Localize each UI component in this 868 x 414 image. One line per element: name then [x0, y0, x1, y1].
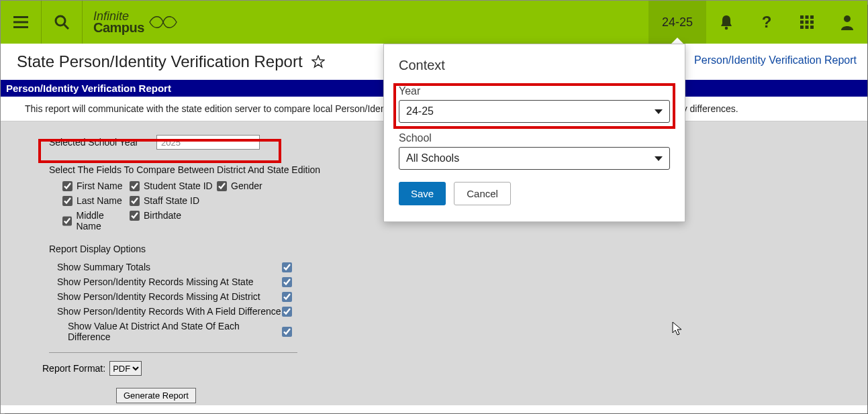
opt-missing-state-label: Show Person/Identity Records Missing At …: [57, 276, 254, 287]
topbar: Infinite Campus 24-25 ?: [1, 1, 867, 44]
check-first-name[interactable]: [62, 181, 73, 191]
logo-swirl-icon: [147, 13, 179, 31]
grid-icon: [800, 15, 814, 29]
svg-point-5: [725, 27, 728, 30]
cursor-icon: [672, 321, 683, 336]
svg-rect-0: [13, 16, 28, 18]
svg-marker-17: [312, 56, 324, 67]
context-school-label: School: [399, 132, 670, 144]
context-save-button[interactable]: Save: [399, 182, 446, 205]
chevron-down-icon: [655, 156, 663, 161]
context-cancel-button[interactable]: Cancel: [454, 182, 511, 205]
svg-rect-12: [810, 21, 814, 24]
svg-rect-8: [806, 15, 809, 19]
year-context-label: 24-25: [662, 15, 693, 30]
search-icon: [54, 15, 69, 30]
apps-button[interactable]: [787, 1, 827, 44]
search-button[interactable]: [42, 1, 82, 44]
opt-value-diff-label: Show Value At District And State Of Each…: [68, 321, 282, 342]
year-context-button[interactable]: 24-25: [648, 1, 706, 44]
context-year-label: Year: [399, 85, 670, 97]
svg-point-16: [844, 15, 851, 22]
svg-rect-11: [806, 21, 809, 24]
help-button[interactable]: ?: [746, 1, 787, 44]
svg-rect-7: [800, 15, 804, 19]
selected-year-input: [156, 135, 260, 150]
svg-rect-13: [800, 25, 804, 29]
breadcrumb-link[interactable]: Person/Identity Verification Report: [694, 54, 857, 66]
report-format-select[interactable]: PDF: [109, 361, 142, 376]
context-year-dropdown[interactable]: 24-25: [399, 100, 670, 123]
star-icon: [311, 55, 325, 68]
svg-rect-10: [800, 21, 804, 24]
check-last-name-label: Last Name: [77, 195, 122, 206]
opt-missing-district[interactable]: [282, 292, 292, 302]
page-title: State Person/Identity Verification Repor…: [17, 52, 303, 71]
check-first-name-label: First Name: [77, 180, 122, 191]
check-staff-state-id[interactable]: [130, 196, 140, 206]
opt-summary[interactable]: [282, 262, 292, 272]
favorite-button[interactable]: [311, 54, 326, 69]
report-format-label: Report Format:: [42, 363, 105, 374]
svg-rect-1: [13, 21, 28, 23]
check-birthdate-label: Birthdate: [144, 210, 181, 221]
check-student-state-id[interactable]: [130, 181, 140, 191]
menu-button[interactable]: [1, 1, 41, 44]
logo[interactable]: Infinite Campus: [83, 1, 190, 44]
opt-field-diff-label: Show Person/Identity Records With A Fiel…: [57, 306, 281, 317]
logo-line2: Campus: [93, 21, 144, 34]
opt-value-diff[interactable]: [282, 327, 292, 337]
svg-rect-9: [810, 15, 814, 19]
hamburger-icon: [13, 16, 28, 28]
notifications-button[interactable]: [706, 1, 746, 44]
user-button[interactable]: [827, 1, 867, 44]
check-last-name[interactable]: [62, 196, 73, 206]
svg-text:?: ?: [762, 14, 772, 30]
opt-field-diff[interactable]: [282, 307, 292, 317]
opt-missing-state[interactable]: [282, 277, 292, 287]
svg-rect-2: [13, 26, 28, 28]
context-title: Context: [399, 58, 670, 73]
bell-icon: [719, 14, 734, 30]
svg-rect-15: [810, 25, 814, 29]
context-school-dropdown[interactable]: All Schools: [399, 147, 670, 170]
svg-point-3: [56, 16, 65, 25]
opt-missing-district-label: Show Person/Identity Records Missing At …: [57, 291, 260, 302]
check-middle-name[interactable]: [62, 216, 72, 226]
chevron-down-icon: [655, 109, 663, 114]
help-icon: ?: [759, 14, 774, 30]
context-year-value: 24-25: [406, 105, 434, 117]
selected-year-label: Selected School Year: [49, 137, 156, 148]
check-gender-label: Gender: [231, 180, 262, 191]
check-student-state-id-label: Student State ID: [144, 180, 213, 191]
svg-line-4: [64, 24, 68, 29]
opt-summary-label: Show Summary Totals: [57, 262, 150, 272]
user-icon: [840, 14, 855, 30]
divider: [49, 352, 297, 353]
context-popover: Context Year 24-25 School All Schools Sa…: [383, 44, 685, 222]
check-staff-state-id-label: Staff State ID: [144, 195, 199, 206]
svg-rect-14: [806, 25, 809, 29]
check-birthdate[interactable]: [130, 211, 140, 221]
display-options-label: Report Display Options: [49, 244, 867, 254]
check-gender[interactable]: [217, 181, 227, 191]
context-school-value: All Schools: [406, 152, 459, 164]
check-middle-name-label: Middle Name: [76, 210, 130, 231]
generate-report-button[interactable]: Generate Report: [116, 388, 196, 403]
